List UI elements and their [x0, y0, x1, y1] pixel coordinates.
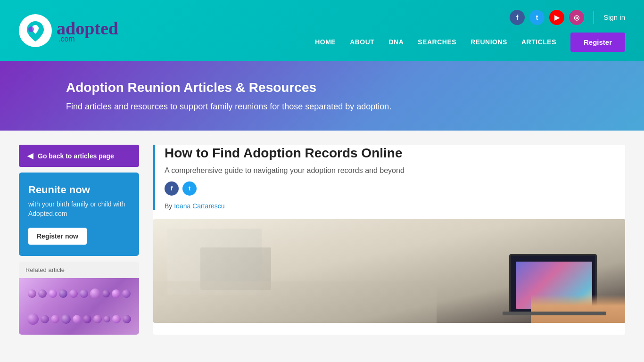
nav-dna[interactable]: DNA	[388, 38, 404, 46]
article-social-share: f t	[165, 181, 625, 196]
reunite-subtitle: with your birth family or child with Ado…	[28, 200, 130, 218]
article-header-section: How to Find Adoption Records Online A co…	[153, 145, 625, 210]
social-icons-group: f t ▶ ◎	[510, 10, 584, 25]
vertical-divider	[594, 11, 594, 24]
youtube-icon[interactable]: ▶	[549, 10, 564, 25]
hero-banner: Adoption Reunion Articles & Resources Fi…	[0, 61, 644, 131]
social-signin-bar: f t ▶ ◎ Sign in	[510, 10, 625, 25]
reunite-title: Reunite now	[28, 184, 130, 196]
reunite-box: Reunite now with your birth family or ch…	[19, 173, 139, 256]
back-button-label: Go back to articles page	[38, 152, 114, 160]
nav-reunions[interactable]: REUNIONS	[471, 38, 507, 46]
nav-searches[interactable]: SEARCHES	[418, 38, 456, 46]
svg-point-1	[28, 26, 34, 32]
facebook-icon[interactable]: f	[510, 10, 525, 25]
back-to-articles-button[interactable]: ◀ Go back to articles page	[19, 145, 139, 167]
related-article-image[interactable]	[19, 278, 139, 335]
article-image	[153, 219, 625, 323]
article-title: How to Find Adoption Records Online	[165, 145, 625, 162]
site-header: adopted .com f t ▶ ◎ Sign in HOME ABOUT …	[0, 0, 644, 61]
article-author-link[interactable]: Ioana Cartarescu	[174, 202, 224, 210]
article-subtitle: A comprehensive guide to navigating your…	[165, 166, 625, 175]
register-button[interactable]: Register	[570, 33, 625, 52]
sidebar: ◀ Go back to articles page Reunite now w…	[19, 145, 139, 335]
laptop-image-sim	[153, 219, 625, 323]
article-facebook-share[interactable]: f	[165, 181, 179, 196]
signin-link[interactable]: Sign in	[603, 13, 625, 21]
nav-about[interactable]: ABOUT	[350, 38, 374, 46]
main-nav: HOME ABOUT DNA SEARCHES REUNIONS ARTICLE…	[315, 33, 625, 52]
logo-text: adopted .com	[57, 18, 118, 43]
hero-subtitle: Find articles and resources to support f…	[66, 102, 625, 112]
logo[interactable]: adopted .com	[19, 14, 118, 47]
article-author-line: By Ioana Cartarescu	[165, 202, 625, 210]
hands-area	[531, 295, 625, 323]
article-author-prefix: By	[165, 202, 174, 210]
header-right-area: f t ▶ ◎ Sign in HOME ABOUT DNA SEARCHES …	[315, 10, 625, 52]
article-twitter-share[interactable]: t	[182, 181, 197, 196]
logo-icon	[19, 14, 52, 47]
related-article-box: Related article	[19, 262, 139, 335]
back-arrow-icon: ◀	[27, 151, 33, 160]
nav-home[interactable]: HOME	[315, 38, 336, 46]
twitter-icon[interactable]: t	[529, 10, 545, 25]
main-content: ◀ Go back to articles page Reunite now w…	[0, 131, 644, 349]
instagram-icon[interactable]: ◎	[569, 10, 584, 25]
reunite-register-button[interactable]: Register now	[28, 228, 87, 245]
hero-title: Adoption Reunion Articles & Resources	[66, 80, 625, 95]
article-main: How to Find Adoption Records Online A co…	[153, 145, 625, 335]
nav-articles[interactable]: ARTICLES	[521, 38, 556, 46]
related-article-label: Related article	[19, 262, 139, 278]
logo-dotcom: .com	[58, 35, 118, 43]
